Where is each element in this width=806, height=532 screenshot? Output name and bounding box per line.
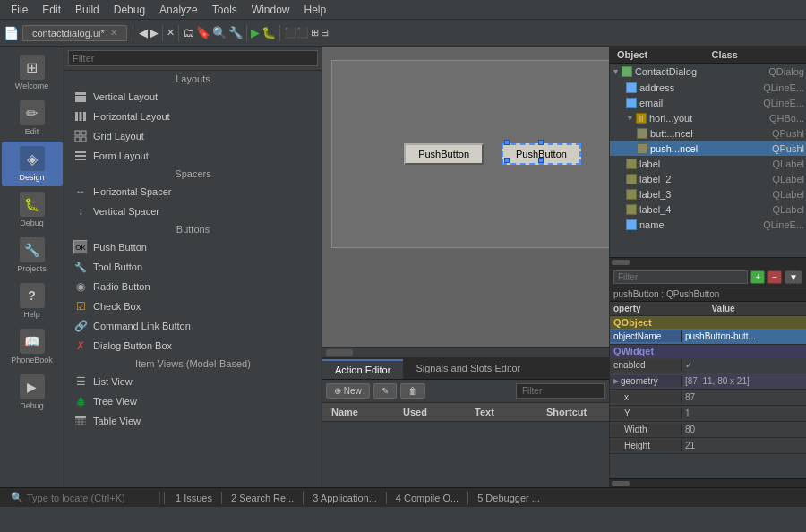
status-search[interactable]: 2 Search Re... xyxy=(224,493,301,503)
tree-row[interactable]: butt...ncel QPushl xyxy=(610,125,806,141)
widget-item-dialog-box[interactable]: ✗ Dialog Button Box xyxy=(64,336,322,356)
props-row-enabled[interactable]: enabled ✓ xyxy=(610,357,806,373)
canvas-hscroll[interactable] xyxy=(322,347,609,357)
status-issues[interactable]: 1 Issues xyxy=(168,493,219,503)
tab-action-editor[interactable]: Action Editor xyxy=(322,359,403,379)
tree-row[interactable]: label QLabel xyxy=(610,156,806,171)
props-table: QObject objectName pushButton-butt... QW… xyxy=(610,316,806,478)
center-area: PushButton PushButton Ac xyxy=(322,47,609,487)
status-application[interactable]: 3 Application... xyxy=(305,493,384,503)
widget-item-tree-view[interactable]: 🌲 Tree View xyxy=(64,391,322,411)
props-key-y: Y xyxy=(610,408,682,419)
props-row-x[interactable]: x 87 xyxy=(610,390,806,406)
widget-item-form-layout[interactable]: Form Layout xyxy=(64,146,322,166)
file-tab[interactable]: contactdialog.ui* ✕ xyxy=(22,25,127,41)
toolbar-nav-fwd[interactable]: ▶ xyxy=(150,26,159,39)
tree-row-class: QLabel xyxy=(773,189,804,200)
tab-signals-slots[interactable]: Signals and Slots Editor xyxy=(403,359,533,379)
sidebar-item-edit[interactable]: ✏ Edit xyxy=(2,96,63,141)
tree-row[interactable]: label_3 QLabel xyxy=(610,186,806,202)
widget-item-table-view[interactable]: Table View xyxy=(64,411,322,431)
widget-item-push-button[interactable]: OK Push Button xyxy=(64,237,322,257)
menu-help[interactable]: Help xyxy=(297,2,334,18)
status-compile[interactable]: 4 Compile O... xyxy=(389,493,466,503)
table-view-icon xyxy=(73,414,88,428)
sidebar-item-help[interactable]: ? Help xyxy=(2,279,63,323)
object-tree: ▼ ContactDialog QDialog address QLineE..… xyxy=(610,64,806,257)
action-new-btn[interactable]: ⊕ New xyxy=(326,383,370,399)
tree-row[interactable]: label_2 QLabel xyxy=(610,171,806,186)
sidebar-item-design[interactable]: ◈ Design xyxy=(2,142,63,186)
props-row-geometry[interactable]: ▶ geometry [87, 11, 80 x 21] xyxy=(610,373,806,390)
props-row-height[interactable]: Height 21 xyxy=(610,438,806,454)
widget-item-tool-button[interactable]: 🔧 Tool Button xyxy=(64,257,322,277)
props-row-y[interactable]: Y 1 xyxy=(610,406,806,422)
tree-row[interactable]: address QLineE... xyxy=(610,80,806,95)
col-name: Name xyxy=(322,405,394,419)
toolbar-layout3[interactable]: ⊟ xyxy=(321,27,329,39)
props-row-width[interactable]: Width 80 xyxy=(610,422,806,438)
props-section-qobject: QObject xyxy=(610,316,806,329)
object-col-header: Object xyxy=(613,49,708,60)
tree-row-selected[interactable]: push...ncel QPushl xyxy=(610,141,806,156)
tree-row[interactable]: name QLineE... xyxy=(610,217,806,232)
tree-row[interactable]: label_4 QLabel xyxy=(610,202,806,217)
widget-item-vertical-layout[interactable]: Vertical Layout xyxy=(64,87,322,107)
widget-item-command-link[interactable]: 🔗 Command Link Button xyxy=(64,316,322,336)
tree-row[interactable]: ▼ ContactDialog QDialog xyxy=(610,64,806,80)
toolbar-stop[interactable]: ✕ xyxy=(167,27,175,39)
menu-analyze[interactable]: Analyze xyxy=(152,2,205,18)
svg-rect-0 xyxy=(75,92,86,95)
action-edit-btn[interactable]: ✎ xyxy=(373,383,397,399)
toolbar-icon3[interactable]: 🔍 xyxy=(212,26,227,39)
sidebar-item-welcome[interactable]: ⊞ Welcome xyxy=(2,50,63,95)
toolbar-layout1[interactable]: ⬛⬛ xyxy=(284,27,309,39)
toolbar-debug-btn[interactable]: 🐛 xyxy=(262,26,276,39)
sidebar-item-debug[interactable]: 🐛 Debug xyxy=(2,187,63,232)
list-view-icon: ☰ xyxy=(73,374,88,389)
tree-row[interactable]: ▼ ||| hori...yout QHBo... xyxy=(610,110,806,125)
canvas-area[interactable]: PushButton PushButton xyxy=(322,47,609,357)
menu-build[interactable]: Build xyxy=(68,2,107,18)
menu-window[interactable]: Window xyxy=(244,2,297,18)
toolbar-layout2[interactable]: ⊞ xyxy=(311,27,319,39)
status-debugger[interactable]: 5 Debugger ... xyxy=(470,493,547,503)
form-canvas[interactable]: PushButton PushButton xyxy=(331,60,609,248)
action-filter-input[interactable] xyxy=(516,383,605,399)
push-button-1[interactable]: PushButton xyxy=(404,143,484,165)
widget-item-radio-button[interactable]: ◉ Radio Button xyxy=(64,277,322,296)
sidebar-item-projects[interactable]: 🔧 Projects xyxy=(2,233,63,278)
tree-row[interactable]: email QLineE... xyxy=(610,95,806,110)
menu-debug[interactable]: Debug xyxy=(107,2,152,18)
menu-edit[interactable]: Edit xyxy=(35,2,68,18)
props-val-height: 21 xyxy=(682,440,806,451)
sidebar-item-phonebook[interactable]: 📖 PhoneBook xyxy=(2,324,63,369)
action-delete-btn[interactable]: 🗑 xyxy=(400,383,425,399)
sidebar-item-debug2[interactable]: ▶ Debug xyxy=(2,370,63,415)
widget-item-v-spacer[interactable]: ↕ Vertical Spacer xyxy=(64,202,322,221)
toolbar-icon4[interactable]: 🔧 xyxy=(228,26,243,39)
props-filter-input[interactable] xyxy=(613,270,748,284)
widget-item-horizontal-layout[interactable]: Horizontal Layout xyxy=(64,107,322,126)
props-add-btn[interactable]: + xyxy=(750,270,765,284)
props-hscroll[interactable] xyxy=(610,478,806,487)
widget-item-list-view[interactable]: ☰ List View xyxy=(64,372,322,391)
toolbar-icon1[interactable]: 🗂 xyxy=(183,26,194,39)
toolbar-play[interactable]: ▶ xyxy=(251,26,260,39)
menu-tools[interactable]: Tools xyxy=(205,2,244,18)
props-more-btn[interactable]: ▼ xyxy=(785,270,802,284)
file-tab-close[interactable]: ✕ xyxy=(110,28,117,38)
menu-file[interactable]: File xyxy=(4,2,35,18)
object-hscroll[interactable] xyxy=(610,257,806,266)
sidebar-label-debug2: Debug xyxy=(20,401,44,410)
widget-item-h-spacer[interactable]: ↔ Horizontal Spacer xyxy=(64,182,322,202)
widget-item-check-box[interactable]: ☑ Check Box xyxy=(64,296,322,316)
toolbar-nav-back[interactable]: ◀ xyxy=(139,26,148,39)
locate-input[interactable] xyxy=(27,493,152,503)
props-row-objectname[interactable]: objectName pushButton-butt... xyxy=(610,329,806,345)
widget-filter-input[interactable] xyxy=(68,50,318,66)
toolbar-icon2[interactable]: 🔖 xyxy=(196,26,210,39)
widget-item-grid-layout[interactable]: Grid Layout xyxy=(64,126,322,146)
tree-row-icon: ||| xyxy=(636,113,647,124)
props-remove-btn[interactable]: − xyxy=(767,270,782,284)
